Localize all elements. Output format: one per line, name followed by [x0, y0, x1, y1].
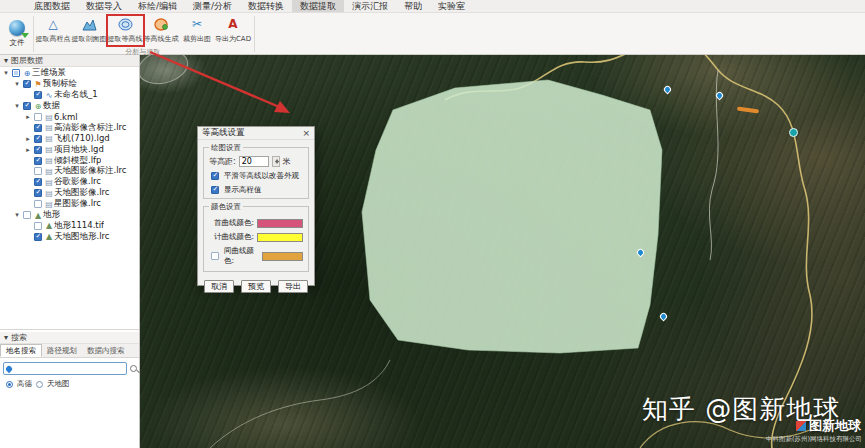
- checkbox-checked[interactable]: [23, 102, 31, 110]
- checkbox-unchecked[interactable]: [34, 200, 42, 208]
- toolbar-separator: [33, 16, 34, 52]
- tab-place-search[interactable]: 地名搜索: [0, 344, 42, 357]
- expander-icon[interactable]: ▸: [24, 113, 32, 121]
- terrain-icon: ▲: [44, 232, 54, 241]
- interval-unit: 米: [283, 156, 291, 167]
- checkbox-unchecked[interactable]: [34, 113, 42, 121]
- checkbox-unchecked[interactable]: [23, 211, 31, 219]
- layers-panel: ▾ 图层数据 ▾ ⊕ 三维场景 ▾ ⚑ 预制标绘 ∿ 未命名线_1 ▾ ⊕ 数据: [0, 55, 140, 448]
- terrain-icon: ▲: [44, 221, 54, 230]
- menu-item-measure-analyze[interactable]: 测量/分析: [185, 0, 240, 12]
- menu-item-extract[interactable]: 数据提取: [292, 0, 344, 12]
- checkbox-checked[interactable]: [34, 157, 42, 165]
- tree-row[interactable]: ▤ 谷歌影像.lrc: [0, 177, 139, 188]
- clip-export-button[interactable]: ✂ 裁剪出图: [179, 14, 215, 47]
- tree-row[interactable]: ▾ ⚑ 预制标绘: [0, 79, 139, 90]
- tab-data-search[interactable]: 数据内搜索: [82, 344, 130, 357]
- file-icon: ▤: [44, 113, 54, 122]
- tree-row[interactable]: ▲ 天地图地形.lrc: [0, 231, 139, 242]
- export-button[interactable]: 导出: [278, 280, 308, 293]
- layers-panel-header[interactable]: ▾ 图层数据: [0, 55, 139, 67]
- intermediate-contour-color-swatch[interactable]: [262, 252, 303, 261]
- tree-row[interactable]: ▾ ⊕ 三维场景: [0, 68, 139, 79]
- expander-icon[interactable]: ▾: [13, 211, 21, 219]
- menu-item-draw-edit[interactable]: 标绘/编辑: [130, 0, 185, 12]
- tree-row[interactable]: ▸ ▤ 飞机(710).lgd: [0, 133, 139, 144]
- dialog-titlebar[interactable]: 等高线设置 ×: [198, 127, 314, 140]
- group-title: 绘图设置: [209, 143, 243, 153]
- contour-interval-input[interactable]: [239, 156, 269, 167]
- extract-contour-button[interactable]: 提取等高线: [107, 14, 143, 47]
- cancel-button[interactable]: 取消: [204, 280, 234, 293]
- extract-elevation-point-button[interactable]: △ 提取高程点: [35, 14, 71, 47]
- open-globe-icon: [9, 20, 25, 36]
- tree-row[interactable]: ▤ 天地图影像.lrc: [0, 188, 139, 199]
- tree-row[interactable]: ▤ 高清影像含标注.lrc: [0, 122, 139, 133]
- tab-route-planning[interactable]: 路径规划: [42, 344, 82, 357]
- menu-item-basemap[interactable]: 底图数据: [26, 0, 78, 12]
- file-open-button[interactable]: 文件: [2, 15, 32, 53]
- expander-icon[interactable]: ▾: [13, 102, 21, 110]
- menu-item-help[interactable]: 帮助: [396, 0, 430, 12]
- checkbox-checked[interactable]: [23, 80, 31, 88]
- checkbox-checked[interactable]: [34, 146, 42, 154]
- company-credit: 中科图新(苏州)网络科技有限公司: [766, 435, 862, 444]
- index-contour-color-swatch[interactable]: [257, 233, 303, 242]
- menu-item-present[interactable]: 演示汇报: [344, 0, 396, 12]
- contour-generate-button[interactable]: 等高线生成: [143, 14, 179, 47]
- expander-icon[interactable]: ▸: [24, 135, 32, 143]
- checkbox-checked[interactable]: [34, 178, 42, 186]
- checkbox-checked[interactable]: [34, 124, 42, 132]
- tree-row[interactable]: ▤ 星图影像.lrc: [0, 199, 139, 210]
- tree-row[interactable]: ▲ 地形1114.tif: [0, 220, 139, 231]
- search-icon[interactable]: [130, 365, 137, 372]
- contour-settings-dialog: 等高线设置 × 绘图设置 等高距: 米 平滑等高线以改善外观 显示高程值 颜色设…: [197, 126, 315, 286]
- menu-bar: 底图数据 数据导入 标绘/编辑 测量/分析 数据转换 数据提取 演示汇报 帮助 …: [0, 0, 865, 13]
- expander-icon[interactable]: ▸: [24, 146, 32, 154]
- teal-dot-icon[interactable]: [789, 128, 798, 137]
- expander-icon[interactable]: ▾: [13, 80, 21, 88]
- menu-item-convert[interactable]: 数据转换: [240, 0, 292, 12]
- tree-row[interactable]: ▸ ▤ 项目地块.lgd: [0, 144, 139, 155]
- search-panel-header[interactable]: ▾ 搜索: [0, 332, 139, 344]
- search-panel: ▾ 搜索 地名搜索 路径规划 数据内搜索 高德 天地图: [0, 329, 139, 389]
- radio-provider-tianditu[interactable]: [36, 381, 43, 388]
- tree-row[interactable]: ▤ 天地图影像标注.lrc: [0, 166, 139, 177]
- checkbox-unchecked[interactable]: [34, 167, 42, 175]
- tree-row[interactable]: ▾ ⊕ 数据: [0, 101, 139, 112]
- menu-item-lab[interactable]: 实验室: [430, 0, 473, 12]
- menu-item-import[interactable]: 数据导入: [78, 0, 130, 12]
- primary-contour-color-swatch[interactable]: [257, 219, 303, 228]
- expander-icon[interactable]: ▾: [2, 69, 10, 77]
- extract-profile-button[interactable]: 提取剖面图: [71, 14, 107, 47]
- file-icon: ▤: [44, 134, 54, 143]
- search-input-wrap: [3, 362, 127, 375]
- close-icon[interactable]: ×: [302, 129, 310, 138]
- brand-name: 图新地球: [809, 417, 861, 435]
- checkbox-checked[interactable]: [34, 189, 42, 197]
- checkbox-unchecked[interactable]: [34, 222, 42, 230]
- tree-row[interactable]: ▤ 倾斜模型.lfp: [0, 155, 139, 166]
- checkbox-checked[interactable]: [34, 135, 42, 143]
- checkbox-checked[interactable]: [34, 233, 42, 241]
- checkbox-checked[interactable]: [34, 91, 42, 99]
- color-settings-group: 颜色设置 首曲线颜色: 计曲线颜色: 间曲线颜色:: [203, 206, 309, 272]
- preview-button[interactable]: 预览: [241, 280, 271, 293]
- layers-folder-icon: ⊕: [33, 102, 43, 111]
- checkbox-checked[interactable]: [211, 172, 219, 180]
- checkbox-unchecked[interactable]: [211, 252, 219, 260]
- export-cad-button[interactable]: A 导出为CAD: [215, 14, 251, 47]
- checkbox-partial[interactable]: [12, 69, 20, 77]
- collapse-arrow-icon: ▾: [4, 56, 8, 65]
- toolbar-separator: [254, 16, 255, 52]
- checkbox-checked[interactable]: [211, 186, 219, 194]
- tree-row[interactable]: ▾ ▲ 地形: [0, 210, 139, 221]
- index-contour-color-label: 计曲线颜色:: [214, 232, 254, 242]
- interval-label: 等高距:: [209, 156, 236, 167]
- tree-row[interactable]: ∿ 未命名线_1: [0, 90, 139, 101]
- search-input[interactable]: [14, 364, 124, 374]
- tree-row[interactable]: ▸ ▤ 6.kml: [0, 112, 139, 123]
- spinner-icon[interactable]: [272, 156, 280, 167]
- radio-provider-gaode[interactable]: [6, 381, 13, 388]
- panel-splitter[interactable]: [0, 329, 139, 330]
